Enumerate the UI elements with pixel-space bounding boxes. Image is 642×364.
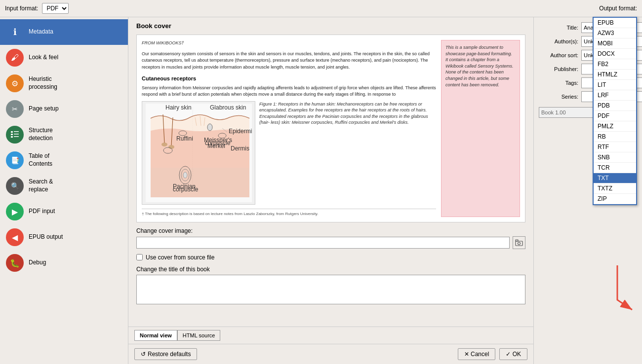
restore-defaults-button[interactable]: ↺ Restore defaults bbox=[134, 348, 197, 360]
dd-azw3[interactable]: AZW3 bbox=[594, 28, 636, 38]
svg-rect-5 bbox=[14, 136, 19, 137]
svg-text:Ruffini: Ruffini bbox=[176, 135, 193, 142]
metadata-icon: ℹ bbox=[6, 23, 24, 41]
dd-epub[interactable]: EPUB bbox=[594, 18, 636, 28]
toc-icon: 📑 bbox=[6, 151, 24, 169]
sidebar-label-epub: EPUB output bbox=[29, 233, 63, 241]
page-icon: ✂ bbox=[6, 100, 24, 118]
svg-rect-30 bbox=[516, 241, 522, 246]
dd-docx[interactable]: DOCX bbox=[594, 49, 636, 59]
svg-point-18 bbox=[207, 124, 212, 131]
output-format-label: Output format: bbox=[599, 5, 637, 12]
svg-rect-2 bbox=[11, 134, 13, 135]
figure-image: Hairy skin Glabrous skin bbox=[142, 101, 255, 205]
dd-rtf[interactable]: RTF bbox=[594, 142, 636, 152]
sidebar-item-epub-output[interactable]: ◀ EPUB output bbox=[0, 224, 128, 250]
author-sort-label: Author sort: bbox=[539, 52, 578, 58]
sidebar-label-heuristic: Heuristicprocessing bbox=[29, 75, 57, 91]
bottom-bar: ↺ Restore defaults ✕ Cancel ✓ OK bbox=[128, 344, 533, 364]
series-label: Series: bbox=[539, 94, 578, 100]
svg-rect-0 bbox=[11, 131, 13, 133]
dd-lit[interactable]: LIT bbox=[594, 80, 636, 90]
dd-fb2[interactable]: FB2 bbox=[594, 59, 636, 70]
section-title: Cutaneous receptors bbox=[142, 74, 436, 83]
svg-point-23 bbox=[183, 172, 187, 178]
sidebar-label-page: Page setup bbox=[29, 105, 59, 113]
svg-rect-31 bbox=[516, 240, 518, 241]
footnote: † The following description is based on … bbox=[142, 209, 436, 217]
change-title-input[interactable] bbox=[136, 275, 525, 304]
top-bar: Input format: PDF Output format: EPUB AZ… bbox=[0, 0, 642, 17]
cover-image-input[interactable] bbox=[136, 237, 510, 249]
tags-label: Tags: bbox=[539, 80, 578, 86]
svg-rect-4 bbox=[11, 136, 13, 138]
arrow-indicator bbox=[598, 260, 637, 320]
cancel-button[interactable]: ✕ Cancel bbox=[458, 348, 496, 360]
dd-lrf[interactable]: LRF bbox=[594, 90, 636, 101]
input-format-label: Input format: bbox=[5, 5, 38, 12]
sidebar-item-look-feel[interactable]: 🖌 Look & feel bbox=[0, 45, 128, 71]
sidebar-label-debug: Debug bbox=[29, 259, 46, 267]
dd-txt[interactable]: TXT bbox=[594, 173, 636, 183]
input-format-select[interactable]: PDF bbox=[42, 3, 69, 14]
dd-pdf[interactable]: PDF bbox=[594, 111, 636, 121]
sidebar: ℹ Metadata 🖌 Look & feel ⚙ Heuristicproc… bbox=[0, 17, 128, 364]
svg-rect-9 bbox=[151, 168, 249, 197]
book-text-area: FROM WIKIBOOKS† Our somatosensory system… bbox=[142, 40, 436, 217]
structure-icon bbox=[6, 126, 24, 144]
sidebar-item-pdf-input[interactable]: ▶ PDF input bbox=[0, 199, 128, 224]
change-cover-label: Change cover image: bbox=[136, 227, 193, 234]
book-cover-preview: FROM WIKIBOOKS† Our somatosensory system… bbox=[136, 35, 525, 222]
output-format-dropdown[interactable]: EPUB AZW3 MOBI DOCX FB2 HTMLZ LIT LRF PD… bbox=[593, 17, 637, 205]
figure-caption: Figure 1: Receptors in the human skin: M… bbox=[259, 101, 436, 205]
dd-pmlz[interactable]: PMLZ bbox=[594, 121, 636, 132]
dd-pdb[interactable]: PDB bbox=[594, 101, 636, 111]
dd-zip[interactable]: ZIP bbox=[594, 194, 636, 204]
epub-icon: ◀ bbox=[6, 228, 24, 246]
svg-rect-1 bbox=[14, 131, 19, 132]
panel-title: Book cover bbox=[136, 22, 525, 30]
book-main-text: Our somatosensory system consists of sen… bbox=[142, 51, 436, 71]
sidebar-item-debug[interactable]: 🐛 Debug bbox=[0, 250, 128, 276]
dd-txtz[interactable]: TXTZ bbox=[594, 183, 636, 194]
authors-label: Author(s): bbox=[539, 38, 578, 44]
sidebar-item-page-setup[interactable]: ✂ Page setup bbox=[0, 96, 128, 122]
sidebar-label-structure: Structuredetection bbox=[29, 127, 53, 142]
sidebar-item-search-replace[interactable]: 🔍 Search &replace bbox=[0, 173, 128, 199]
look-icon: 🖌 bbox=[6, 49, 24, 67]
ok-button[interactable]: ✓ OK bbox=[499, 348, 527, 360]
normal-view-button[interactable]: Normal view bbox=[134, 330, 177, 341]
publisher-label: Publisher: bbox=[539, 66, 578, 72]
search-icon: 🔍 bbox=[6, 177, 24, 195]
section-text: Sensory information from Meissner corpus… bbox=[142, 85, 436, 98]
change-title-label: Change the title of this book bbox=[136, 266, 210, 273]
svg-text:Dermis: Dermis bbox=[231, 145, 249, 152]
dd-rb[interactable]: RB bbox=[594, 132, 636, 142]
dd-tcr[interactable]: TCR bbox=[594, 163, 636, 173]
use-cover-label: Use cover from source file bbox=[146, 254, 214, 261]
pdf-icon: ▶ bbox=[6, 203, 24, 220]
svg-text:Hairy skin: Hairy skin bbox=[165, 104, 192, 111]
browse-cover-button[interactable] bbox=[513, 236, 525, 249]
sidebar-label-metadata: Metadata bbox=[29, 28, 53, 36]
change-title-section: Change the title of this book bbox=[136, 266, 525, 306]
view-buttons: Normal view HTML source bbox=[134, 330, 220, 341]
main-panel: Book cover FROM WIKIBOOKS† Our somatosen… bbox=[128, 17, 533, 364]
dd-mobi[interactable]: MOBI bbox=[594, 38, 636, 49]
svg-text:corpuscle: corpuscle bbox=[173, 186, 199, 193]
html-source-button[interactable]: HTML source bbox=[177, 330, 221, 341]
sidebar-item-metadata[interactable]: ℹ Metadata bbox=[0, 19, 128, 45]
debug-icon: 🐛 bbox=[6, 254, 24, 272]
change-cover-section: Change cover image: bbox=[136, 227, 525, 261]
sidebar-item-structure[interactable]: Structuredetection bbox=[0, 122, 128, 147]
sidebar-item-heuristic[interactable]: ⚙ Heuristicprocessing bbox=[0, 71, 128, 96]
dd-htmlz[interactable]: HTMLZ bbox=[594, 70, 636, 80]
svg-rect-3 bbox=[14, 134, 19, 135]
dd-snb[interactable]: SNB bbox=[594, 152, 636, 163]
title-label: Title: bbox=[539, 25, 578, 31]
sidebar-item-toc[interactable]: 📑 Table ofContents bbox=[0, 147, 128, 173]
sidebar-label-look: Look & feel bbox=[29, 54, 58, 62]
use-cover-checkbox[interactable] bbox=[136, 254, 143, 260]
restore-icon: ↺ bbox=[141, 351, 146, 358]
heuristic-icon: ⚙ bbox=[6, 74, 24, 92]
